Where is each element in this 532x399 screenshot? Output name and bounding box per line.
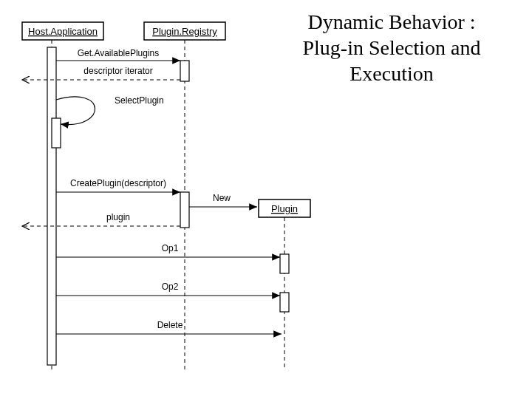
activation-plugin-op2 — [280, 293, 289, 312]
sequence-diagram: Host.Application Plugin.Registry Plugin … — [0, 0, 532, 399]
msg-descriptor-iterator: descriptor iterator — [83, 66, 152, 76]
lifeline-registry-label: Plugin.Registry — [152, 26, 217, 37]
msg-op1: Op1 — [162, 243, 179, 253]
msg-get-available: Get.AvailablePlugins — [78, 48, 160, 58]
lifeline-plugin: Plugin — [259, 200, 310, 217]
msg-op2: Op2 — [162, 282, 179, 292]
activation-plugin-op1 — [280, 254, 289, 273]
arrow-select-plugin — [56, 97, 95, 125]
activation-registry-1 — [180, 61, 189, 81]
lifeline-host: Host.Application — [22, 22, 103, 40]
msg-plugin-return: plugin — [106, 212, 130, 222]
msg-delete: Delete — [157, 320, 183, 330]
activation-registry-2 — [180, 192, 189, 228]
lifeline-plugin-label: Plugin — [271, 203, 298, 214]
lifeline-registry: Plugin.Registry — [144, 22, 225, 40]
msg-new: New — [213, 193, 231, 203]
activation-host — [47, 47, 56, 365]
activation-host-self — [52, 118, 61, 148]
msg-create-plugin: CreatePlugin(descriptor) — [70, 178, 166, 188]
msg-select-plugin: SelectPlugin — [115, 95, 164, 106]
lifeline-host-label: Host.Application — [28, 26, 98, 37]
